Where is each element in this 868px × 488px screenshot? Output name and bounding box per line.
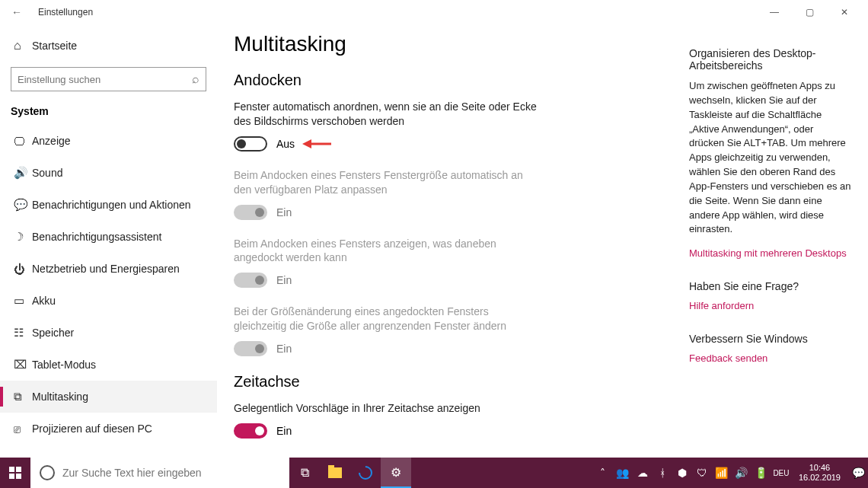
- feedback-link[interactable]: Feedback senden: [689, 352, 851, 364]
- sidebar-item-4-label: Netzbetrieb und Energiesparen: [32, 263, 180, 275]
- sidebar-item-3[interactable]: ☽Benachrichtigungsassistent: [0, 221, 217, 253]
- onedrive-icon[interactable]: ☁: [633, 458, 653, 488]
- defender-icon[interactable]: 🛡: [692, 458, 712, 488]
- taskbar-search[interactable]: [30, 458, 289, 488]
- question-heading: Haben Sie eine Frage?: [689, 280, 851, 292]
- timeline-setting-1: Gelegentlich Vorschläge in Ihrer Zeitach…: [234, 401, 674, 439]
- snap-toggle-1[interactable]: [234, 136, 267, 152]
- timeline-heading: Zeitachse: [234, 373, 674, 391]
- timeline-toggle-1-state: Ein: [276, 425, 292, 437]
- organize-heading: Organisieren des Desktop-Arbeitsbereichs: [689, 47, 851, 72]
- battery-icon[interactable]: 🔋: [752, 458, 771, 488]
- snap-setting-2-label: Beim Andocken eines Fensters Fenstergröß…: [234, 168, 538, 197]
- multitasking-link[interactable]: Multitasking mit mehreren Desktops: [689, 247, 851, 259]
- feedback-block: Verbessern Sie Windows Feedback senden: [689, 333, 851, 364]
- snap-setting-2: Beim Andocken eines Fensters Fenstergröß…: [234, 168, 674, 220]
- taskbar: ⧉ ⚙ ˄ 👥 ☁ ᚼ ⬢ 🛡 📶 🔊 🔋 DEU 10:46 16.02.20…: [0, 458, 868, 488]
- cortana-icon: [40, 465, 55, 480]
- snap-toggle-3-state: Ein: [276, 274, 292, 286]
- action-center-icon[interactable]: 💬: [848, 458, 868, 488]
- sidebar-item-6-icon: ☷: [14, 326, 32, 340]
- sidebar-item-0[interactable]: 🖵Anzeige: [0, 125, 217, 157]
- organize-text: Um zwischen geöffneten Apps zu wechseln,…: [689, 79, 851, 237]
- language-icon[interactable]: DEU: [771, 458, 791, 488]
- dropbox-icon[interactable]: ⬢: [672, 458, 692, 488]
- settings-window: ← Einstellungen — ▢ ✕ ⌂ Startseite ⌕ Sys…: [0, 0, 868, 458]
- sidebar-item-6-label: Speicher: [32, 327, 74, 339]
- home-icon: ⌂: [14, 39, 32, 53]
- snap-toggle-4-state: Ein: [276, 343, 292, 355]
- sidebar-item-3-label: Benachrichtigungsassistent: [32, 231, 161, 243]
- edge-button[interactable]: [350, 458, 381, 488]
- maximize-button[interactable]: ▢: [792, 0, 827, 24]
- feedback-heading: Verbessern Sie Windows: [689, 333, 851, 345]
- search-input[interactable]: [18, 74, 192, 85]
- tray-chevron-icon[interactable]: ˄: [593, 458, 613, 488]
- start-button[interactable]: [0, 458, 30, 488]
- volume-icon[interactable]: 🔊: [732, 458, 752, 488]
- sidebar-item-4-icon: ⏻: [14, 263, 32, 276]
- file-explorer-button[interactable]: [320, 458, 350, 488]
- sidebar-item-2-label: Benachrichtigungen und Aktionen: [32, 199, 191, 211]
- svg-rect-3: [16, 467, 21, 472]
- svg-rect-2: [9, 467, 14, 472]
- sidebar-item-9-icon: ⎚: [14, 423, 32, 435]
- snap-toggle-1-state: Aus: [276, 138, 295, 150]
- svg-rect-5: [16, 474, 21, 479]
- sidebar-item-2[interactable]: 💬Benachrichtigungen und Aktionen: [0, 189, 217, 221]
- back-button[interactable]: ←: [6, 6, 27, 18]
- sidebar-item-6[interactable]: ☷Speicher: [0, 317, 217, 349]
- settings-search[interactable]: ⌕: [11, 67, 206, 91]
- help-link[interactable]: Hilfe anfordern: [689, 300, 851, 311]
- help-column: Organisieren des Desktop-Arbeitsbereichs…: [689, 24, 868, 458]
- sidebar-group: System: [0, 99, 217, 125]
- snap-toggle-2: [234, 205, 267, 220]
- sidebar-item-7-label: Tablet-Modus: [32, 359, 96, 371]
- timeline-setting-1-label: Gelegentlich Vorschläge in Ihrer Zeitach…: [234, 401, 538, 416]
- annotation-arrow: [302, 136, 333, 152]
- settings-taskbar-button[interactable]: ⚙: [381, 458, 411, 488]
- main-content: Multitasking Andocken Fenster automatisc…: [217, 24, 689, 458]
- sidebar-item-7-icon: ⌧: [14, 358, 32, 372]
- close-button[interactable]: ✕: [827, 0, 862, 24]
- body: ⌂ Startseite ⌕ System 🖵Anzeige🔊Sound💬Ben…: [0, 24, 868, 458]
- timeline-toggle-1[interactable]: [234, 423, 267, 439]
- sidebar-item-5[interactable]: ▭Akku: [0, 285, 217, 317]
- sidebar-item-5-label: Akku: [32, 295, 56, 307]
- clock-date: 16.02.2019: [799, 473, 841, 483]
- sidebar-item-0-icon: 🖵: [14, 135, 32, 148]
- nav-list: 🖵Anzeige🔊Sound💬Benachrichtigungen und Ak…: [0, 125, 217, 458]
- page-title: Multitasking: [234, 32, 674, 56]
- sidebar-item-5-icon: ▭: [14, 294, 32, 308]
- people-icon[interactable]: 👥: [613, 458, 633, 488]
- sidebar: ⌂ Startseite ⌕ System 🖵Anzeige🔊Sound💬Ben…: [0, 24, 217, 458]
- home-link[interactable]: ⌂ Startseite: [0, 30, 217, 61]
- minimize-button[interactable]: —: [757, 0, 792, 24]
- titlebar: ← Einstellungen — ▢ ✕: [0, 0, 868, 24]
- snap-toggle-2-state: Ein: [276, 206, 292, 218]
- sidebar-item-9-label: Projizieren auf diesen PC: [32, 423, 152, 435]
- sidebar-item-8[interactable]: ⧉Multitasking: [0, 381, 217, 413]
- sidebar-item-9[interactable]: ⎚Projizieren auf diesen PC: [0, 413, 217, 445]
- task-view-button[interactable]: ⧉: [289, 458, 320, 488]
- wifi-icon[interactable]: 📶: [712, 458, 732, 488]
- snap-setting-4-label: Bei der Größenänderung eines angedockten…: [234, 305, 538, 333]
- snap-toggle-4: [234, 341, 267, 356]
- taskbar-search-input[interactable]: [62, 467, 280, 479]
- snap-toggle-3: [234, 273, 267, 288]
- sidebar-item-7[interactable]: ⌧Tablet-Modus: [0, 349, 217, 381]
- snap-section: Andocken Fenster automatisch anordnen, w…: [234, 72, 674, 356]
- window-title: Einstellungen: [38, 7, 93, 18]
- question-block: Haben Sie eine Frage? Hilfe anfordern: [689, 280, 851, 311]
- sidebar-item-8-icon: ⧉: [14, 390, 32, 403]
- snap-setting-1: Fenster automatisch anordnen, wenn sie a…: [234, 100, 674, 152]
- clock[interactable]: 10:46 16.02.2019: [791, 463, 848, 483]
- home-label: Startseite: [32, 40, 77, 52]
- system-tray: ˄ 👥 ☁ ᚼ ⬢ 🛡 📶 🔊 🔋 DEU 10:46 16.02.2019 💬: [593, 458, 868, 488]
- sidebar-item-1-label: Sound: [32, 167, 62, 179]
- bluetooth-icon[interactable]: ᚼ: [653, 458, 672, 488]
- clock-time: 10:46: [799, 463, 841, 473]
- sidebar-item-4[interactable]: ⏻Netzbetrieb und Energiesparen: [0, 253, 217, 285]
- sidebar-item-1[interactable]: 🔊Sound: [0, 157, 217, 189]
- organize-block: Organisieren des Desktop-Arbeitsbereichs…: [689, 47, 851, 259]
